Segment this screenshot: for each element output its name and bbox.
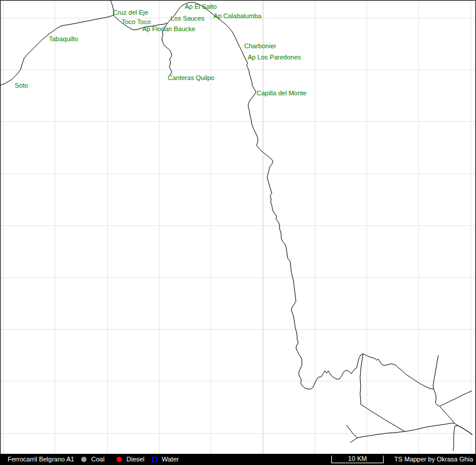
scale-label: 10 KM (348, 455, 367, 462)
map-canvas[interactable]: Cruz del Eje Toco Toco Ap Florian Baucke… (0, 0, 476, 454)
station-label-charbonier: Charbonier (244, 42, 277, 49)
ts-mapper-window: Cruz del Eje Toco Toco Ap Florian Baucke… (0, 0, 476, 465)
coal-marker-icon (81, 457, 86, 462)
legend-label-diesel: Diesel (127, 456, 145, 463)
station-label-capilla-del-monte: Capilla del Monte (257, 89, 307, 97)
station-labels: Cruz del Eje Toco Toco Ap Florian Baucke… (15, 3, 307, 97)
diesel-marker-icon (116, 457, 122, 462)
track-stub-north (433, 356, 438, 389)
track-layer: Cruz del Eje Toco Toco Ap Florian Baucke… (0, 0, 476, 454)
railway-tracks (0, 1, 472, 451)
station-label-los-sauces: Los Sauces (171, 15, 205, 22)
station-label-canteras-quilpo: Canteras Quilpo (168, 74, 215, 81)
scale-bar: 10 KM (331, 456, 384, 463)
station-label-soto: Soto (15, 82, 28, 89)
track-stub-east (440, 391, 472, 406)
station-label-ap-florian-baucke: Ap Florian Baucke (142, 25, 195, 32)
water-marker-icon (152, 457, 157, 462)
station-label-cruz-del-eje: Cruz del Eje (113, 9, 148, 16)
track-branch-peak-south (360, 354, 405, 431)
track-line-southwest (350, 423, 454, 443)
track-west-line (0, 15, 114, 85)
station-label-ap-los-paredones: Ap Los Paredones (248, 54, 301, 61)
status-bar: Ferrocarril Belgrano A1 Coal Diesel Wate… (0, 454, 476, 465)
track-main-line (114, 2, 454, 423)
legend-label-coal: Coal (91, 456, 105, 463)
station-label-tabaquillo: Tabaquillo (49, 35, 78, 42)
track-spur-southwest (347, 425, 357, 438)
legend-label-water: Water (162, 456, 179, 463)
credit-text: TS Mapper by Okrasa Ghia (394, 456, 473, 463)
track-wedge-south (453, 423, 472, 451)
route-name: Ferrocarril Belgrano A1 (8, 456, 74, 463)
station-label-toco-toco: Toco Toco (122, 18, 151, 25)
station-label-ap-calabalumba: Ap Calabalumba (214, 12, 262, 19)
station-label-ap-el-salto: Ap El Salto (185, 3, 217, 10)
map-border (1, 1, 476, 454)
